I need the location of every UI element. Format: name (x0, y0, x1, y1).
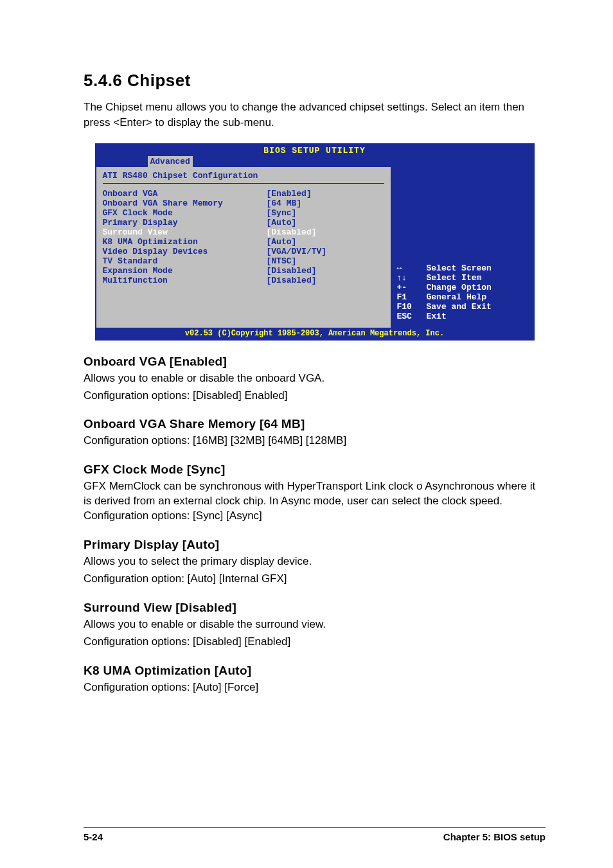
bios-title: BIOS SETUP UTILITY (96, 145, 533, 155)
bios-item-label: Onboard VGA (103, 189, 267, 199)
bios-item[interactable]: Primary Display[Auto] (103, 218, 384, 227)
bios-help-panel: ↔Select Screen↑↓Select Item+-Change Opti… (392, 167, 533, 328)
option-heading: Onboard VGA [Enabled] (84, 355, 546, 369)
option-description: Allows you to select the primary display… (84, 554, 546, 569)
option-heading: Onboard VGA Share Memory [64 MB] (84, 417, 546, 431)
bios-help-text: Select Item (427, 273, 482, 283)
option-description: GFX MemClock can be synchronous with Hyp… (84, 479, 546, 524)
bios-help-text: Save and Exit (427, 302, 492, 312)
bios-item-label: Expansion Mode (103, 266, 267, 276)
bios-help-row: ↑↓Select Item (397, 273, 528, 283)
page-heading: 5.4.6 Chipset (84, 71, 546, 91)
bios-item-value: [VGA/DVI/TV] (267, 247, 327, 256)
option-description: Configuration options: [16MB] [32MB] [64… (84, 434, 546, 448)
bios-item-label: TV Standard (103, 256, 267, 266)
bios-item-value: [Auto] (267, 218, 297, 227)
bios-item-label: Video Display Devices (103, 247, 267, 256)
bios-help-row: +-Change Option (397, 283, 528, 292)
option-description: Allows you to enable or disable the onbo… (84, 371, 546, 386)
bios-help-row: F1General Help (397, 292, 528, 302)
page-number: 5-24 (84, 831, 103, 842)
bios-help-row: F10Save and Exit (397, 302, 528, 312)
bios-item-label: K8 UMA Optimization (103, 237, 267, 247)
option-heading: GFX Clock Mode [Sync] (84, 463, 546, 477)
bios-help-key: ESC (397, 312, 427, 321)
bios-help-text: Change Option (427, 283, 492, 292)
bios-help-key: F10 (397, 302, 427, 312)
bios-item-value: [NTSC] (267, 256, 297, 266)
bios-item[interactable]: Multifunction[Disabled] (103, 276, 384, 285)
option-heading: K8 UMA Optimization [Auto] (84, 664, 546, 678)
bios-tab-advanced[interactable]: Advanced (148, 156, 193, 167)
bios-copyright: v02.53 (C)Copyright 1985-2003, American … (96, 328, 533, 339)
bios-section-heading: ATI RS480 Chipset Configuration (103, 171, 384, 184)
bios-item-value: [64 MB] (267, 199, 302, 208)
bios-help-text: Select Screen (427, 263, 492, 273)
bios-help-row: ESCExit (397, 312, 528, 321)
bios-item[interactable]: Surround View[Disabled] (103, 227, 384, 237)
bios-item-label: Surround View (103, 227, 267, 237)
bios-item[interactable]: Video Display Devices[VGA/DVI/TV] (103, 247, 384, 256)
bios-item-value: [Disabled] (267, 266, 317, 276)
bios-help-text: Exit (427, 312, 447, 321)
bios-item-value: [Auto] (267, 237, 297, 247)
bios-item-value: [Disabled] (267, 276, 317, 285)
bios-item[interactable]: Onboard VGA Share Memory[64 MB] (103, 199, 384, 208)
bios-item-value: [Enabled] (267, 189, 312, 199)
option-description: Configuration options: [Auto] [Force] (84, 680, 546, 695)
bios-item-label: Multifunction (103, 276, 267, 285)
bios-screenshot: BIOS SETUP UTILITY Advanced ATI RS480 Ch… (95, 143, 535, 341)
bios-help-key: ↔ (397, 263, 427, 273)
bios-item-label: Onboard VGA Share Memory (103, 199, 267, 208)
bios-item-value: [Sync] (267, 208, 297, 218)
option-description: Allows you to enable or disable the surr… (84, 617, 546, 632)
bios-help-text: General Help (427, 292, 487, 302)
bios-help-row: ↔Select Screen (397, 263, 528, 273)
option-heading: Surround View [Disabled] (84, 601, 546, 615)
bios-item-label: GFX Clock Mode (103, 208, 267, 218)
intro-text: The Chipset menu allows you to change th… (84, 100, 546, 130)
bios-help-key: ↑↓ (397, 273, 427, 283)
bios-item[interactable]: Expansion Mode[Disabled] (103, 266, 384, 276)
option-description: Configuration options: [Disabled] [Enabl… (84, 635, 546, 650)
bios-help-key: F1 (397, 292, 427, 302)
option-description: Configuration options: [Disabled] Enable… (84, 389, 546, 403)
chapter-label: Chapter 5: BIOS setup (443, 831, 546, 842)
bios-item-label: Primary Display (103, 218, 267, 227)
option-description: Configuration option: [Auto] [Internal G… (84, 572, 546, 587)
bios-item[interactable]: GFX Clock Mode[Sync] (103, 208, 384, 218)
bios-help-key: +- (397, 283, 427, 292)
bios-item[interactable]: Onboard VGA[Enabled] (103, 189, 384, 199)
bios-item[interactable]: K8 UMA Optimization[Auto] (103, 237, 384, 247)
option-heading: Primary Display [Auto] (84, 538, 546, 552)
bios-item[interactable]: TV Standard[NTSC] (103, 256, 384, 266)
bios-item-value: [Disabled] (267, 227, 317, 237)
